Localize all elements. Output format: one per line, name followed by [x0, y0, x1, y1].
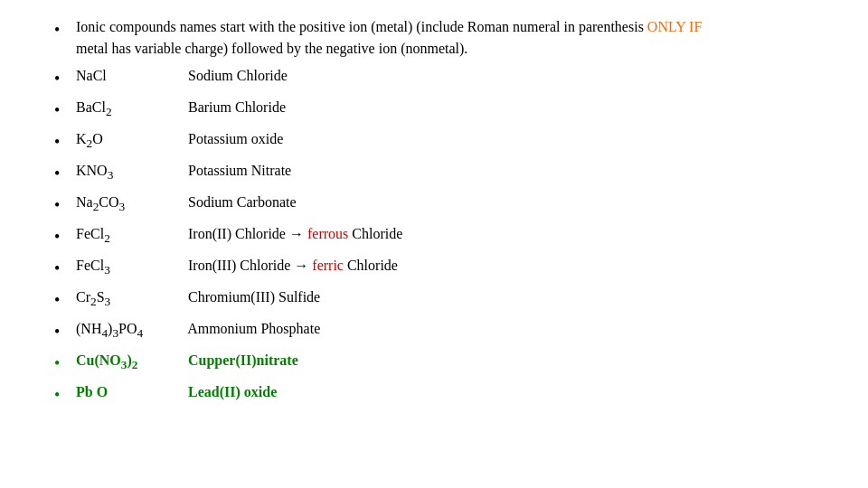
- list-item-cuno3: • Cu(NO3)2 Cupper(II)nitrate: [54, 350, 832, 376]
- list-item-bacl2: • BaCl2 Barium Chloride: [54, 97, 832, 123]
- sub-3-nh4po4: 3: [112, 326, 118, 340]
- list-item-nh4po4: • (NH4)3PO4 Ammonium Phosphate: [54, 318, 832, 344]
- list-item-intro: • Ionic compounds names start with the p…: [54, 16, 832, 60]
- formula-pbo: Pb O: [76, 381, 184, 403]
- name-kno3: Potassium Nitrate: [188, 163, 291, 178]
- name-pbo: Lead(II) oxide: [188, 384, 277, 399]
- formula-cuno3: Cu(NO3)2: [76, 350, 184, 374]
- k2o-content: K2O Potassium oxide: [76, 128, 832, 153]
- ferric-text: ferric: [312, 258, 344, 273]
- kno3-content: KNO3 Potassium Nitrate: [76, 160, 832, 184]
- name-nacl: Sodium Chloride: [188, 68, 288, 83]
- na2co3-content: Na2CO3 Sodium Carbonate: [76, 192, 832, 216]
- formula-nacl: NaCl: [76, 65, 184, 87]
- fecl3-content: FeCl3 Iron(III) Chloride → ferric Chlori…: [76, 255, 832, 279]
- sub-3-cuno3: 3: [121, 358, 127, 371]
- sub-2-na2co3: 2: [93, 200, 99, 213]
- sub-3-cr2s3: 3: [105, 295, 111, 308]
- list-item-pbo: • Pb O Lead(II) oxide: [54, 381, 832, 408]
- cuno3-content: Cu(NO3)2 Cupper(II)nitrate: [76, 350, 832, 374]
- bullet-nh4po4: •: [54, 320, 71, 344]
- bullet-cuno3: •: [54, 352, 71, 376]
- sub-4-nh4po4: 4: [101, 326, 108, 340]
- name-fecl3: Iron(III) Chloride → ferric Chloride: [188, 258, 398, 273]
- bullet-pbo: •: [54, 383, 71, 408]
- bacl2-content: BaCl2 Barium Chloride: [76, 97, 832, 121]
- sub-2-fecl2: 2: [104, 231, 110, 245]
- list-item-nacl: • NaCl Sodium Chloride: [54, 65, 832, 91]
- list-item-fecl2: • FeCl2 Iron(II) Chloride → ferrous Chlo…: [54, 223, 832, 249]
- bullet-nacl: •: [54, 67, 71, 91]
- main-content: • Ionic compounds names start with the p…: [0, 0, 868, 429]
- sub-3-kno3: 3: [108, 168, 114, 182]
- bullet-list: • Ionic compounds names start with the p…: [54, 16, 832, 408]
- name-cuno3: Cupper(II)nitrate: [188, 352, 298, 368]
- bullet-kno3: •: [54, 162, 71, 186]
- name-fecl2: Iron(II) Chloride → ferrous Chloride: [188, 226, 402, 241]
- name-bacl2: Barium Chloride: [188, 99, 286, 115]
- fecl2-content: FeCl2 Iron(II) Chloride → ferrous Chlori…: [76, 223, 832, 248]
- nacl-content: NaCl Sodium Chloride: [76, 65, 832, 87]
- sub-2-cr2s3: 2: [90, 295, 97, 308]
- intro-text: Ionic compounds names start with the pos…: [76, 16, 709, 60]
- formula-nh4po4: (NH4)3PO4: [76, 318, 184, 343]
- sub-2-cuno3: 2: [132, 358, 138, 371]
- bullet-fecl3: •: [54, 257, 71, 281]
- list-item-kno3: • KNO3 Potassium Nitrate: [54, 160, 832, 186]
- name-k2o: Potassium oxide: [188, 131, 283, 146]
- bullet-bacl2: •: [54, 99, 71, 123]
- formula-cr2s3: Cr2S3: [76, 286, 184, 311]
- list-item-fecl3: • FeCl3 Iron(III) Chloride → ferric Chlo…: [54, 255, 832, 281]
- sub-3-fecl3: 3: [104, 263, 110, 277]
- formula-k2o: K2O: [76, 128, 184, 153]
- formula-bacl2: BaCl2: [76, 97, 184, 121]
- formula-fecl2: FeCl2: [76, 223, 184, 248]
- name-na2co3: Sodium Carbonate: [188, 194, 297, 210]
- formula-na2co3: Na2CO3: [76, 192, 184, 216]
- formula-fecl3: FeCl3: [76, 255, 184, 279]
- list-item-na2co3: • Na2CO3 Sodium Carbonate: [54, 192, 832, 218]
- bullet-cr2s3: •: [54, 288, 71, 313]
- name-nh4po4: Ammonium Phosphate: [187, 321, 320, 336]
- pbo-content: Pb O Lead(II) oxide: [76, 381, 832, 403]
- sub-4b-nh4po4: 4: [137, 326, 144, 340]
- sub-3-na2co3: 3: [119, 200, 126, 213]
- sub-2-k2o: 2: [87, 136, 93, 150]
- name-cr2s3: Chromium(III) Sulfide: [188, 289, 320, 305]
- nh4po4-content: (NH4)3PO4 Ammonium Phosphate: [76, 318, 832, 343]
- sub-2-bacl2: 2: [106, 105, 112, 118]
- only-if-text: ONLY IF: [647, 19, 702, 34]
- cr2s3-content: Cr2S3 Chromium(III) Sulfide: [76, 286, 832, 311]
- list-item-k2o: • K2O Potassium oxide: [54, 128, 832, 155]
- list-item-cr2s3: • Cr2S3 Chromium(III) Sulfide: [54, 286, 832, 313]
- bullet-na2co3: •: [54, 193, 71, 218]
- formula-kno3: KNO3: [76, 160, 184, 184]
- bullet-intro: •: [54, 18, 71, 42]
- bullet-k2o: •: [54, 130, 71, 155]
- bullet-fecl2: •: [54, 225, 71, 249]
- ferrous-text: ferrous: [307, 226, 348, 241]
